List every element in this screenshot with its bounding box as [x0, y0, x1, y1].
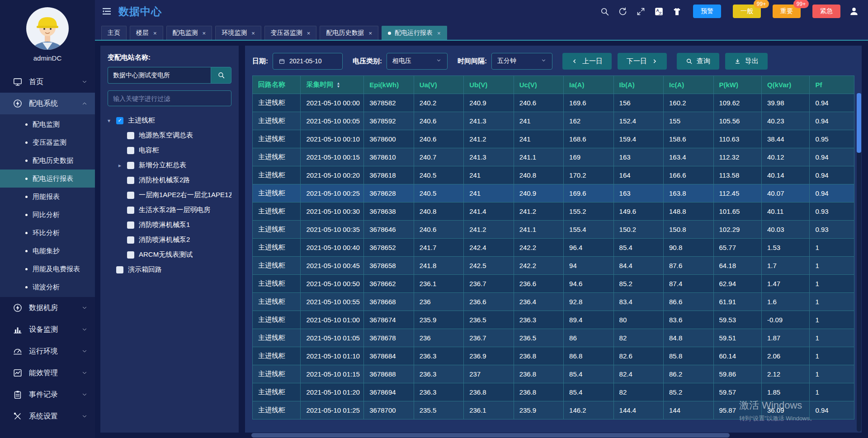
tab-配电运行报表[interactable]: 配电运行报表× — [382, 26, 447, 40]
table-row[interactable]: 主进线柜2021-05-10 01:003678674235.9236.5236… — [253, 311, 854, 329]
search-icon[interactable] — [600, 7, 609, 16]
sidebar-subitem-配电监测[interactable]: 配电监测 — [0, 115, 95, 133]
checkbox-unchecked[interactable] — [127, 251, 134, 259]
table-row[interactable]: 主进线柜2021-05-10 00:053678592240.6241.3241… — [253, 112, 854, 130]
table-row[interactable]: 主进线柜2021-05-10 00:003678582240.2240.9240… — [253, 94, 854, 112]
column-header-Ua(V)[interactable]: Ua(V) — [414, 76, 463, 94]
table-row[interactable]: 主进线柜2021-05-10 01:203678694236.3236.8236… — [253, 383, 854, 401]
tab-close-icon[interactable]: × — [368, 30, 372, 37]
table-row[interactable]: 主进线柜2021-05-10 00:453678658241.8242.5242… — [253, 257, 854, 275]
checkbox-unchecked[interactable] — [127, 132, 134, 139]
date-picker[interactable]: 2021-05-10 — [273, 53, 343, 70]
next-day-button[interactable]: 下一日 — [618, 53, 667, 70]
table-row[interactable]: 主进线柜2021-05-10 00:353678646240.6241.2241… — [253, 221, 854, 239]
sidebar-item-事件记录[interactable]: 事件记录 — [0, 384, 95, 405]
tab-close-icon[interactable]: × — [307, 30, 311, 37]
table-row[interactable]: 主进线柜2021-05-10 01:253678700235.5236.1235… — [253, 401, 854, 419]
column-header-采集时间[interactable]: 采集时间▲▼ — [301, 76, 364, 94]
user-icon[interactable] — [849, 6, 859, 16]
sidebar-subitem-同比分析[interactable]: 同比分析 — [0, 206, 95, 224]
alarm-button-重要[interactable]: 重要99+ — [773, 5, 801, 18]
column-header-Pf[interactable]: Pf — [810, 76, 854, 94]
translate-icon[interactable]: A文 — [654, 7, 664, 16]
tree-node-ARCM无线表测试[interactable]: ARCM无线表测试 — [118, 247, 231, 262]
fullscreen-icon[interactable] — [636, 7, 646, 16]
prev-day-button[interactable]: 上一日 — [562, 53, 612, 70]
sidebar-item-首页[interactable]: 首页 — [0, 71, 95, 93]
checkbox-unchecked[interactable] — [116, 266, 123, 273]
sidebar-item-设备监测[interactable]: 设备监测 — [0, 319, 95, 340]
table-row[interactable]: 主进线柜2021-05-10 01:053678678236236.7236.5… — [253, 329, 854, 347]
station-search-button[interactable] — [211, 67, 231, 84]
interval-select[interactable]: 五分钟 — [491, 53, 552, 70]
sidebar-item-运行环境[interactable]: 运行环境 — [0, 340, 95, 362]
tree-node-新增分立柜总表[interactable]: ▸新增分立柜总表 — [118, 158, 231, 173]
checkbox-unchecked[interactable] — [127, 192, 134, 199]
tab-环境监测[interactable]: 环境监测× — [215, 26, 261, 40]
checkbox-unchecked[interactable] — [127, 147, 134, 154]
checkbox-checked[interactable]: ✓ — [116, 117, 123, 124]
sidebar-subitem-电能集抄[interactable]: 电能集抄 — [0, 242, 95, 260]
avatar[interactable] — [26, 7, 69, 50]
table-row[interactable]: 主进线柜2021-05-10 00:203678618240.5241240.8… — [253, 166, 854, 184]
checkbox-unchecked[interactable] — [127, 177, 134, 184]
export-button[interactable]: 导出 — [725, 53, 768, 70]
tree-node-生活水泵2路一层弱电房[interactable]: 生活水泵2路一层弱电房 — [118, 203, 231, 217]
collapse-menu-icon[interactable] — [101, 6, 112, 17]
column-header-Epi(kWh)[interactable]: Epi(kWh) — [364, 76, 414, 94]
table-row[interactable]: 主进线柜2021-05-10 00:503678662236.1236.7236… — [253, 275, 854, 293]
tab-楼层[interactable]: 楼层× — [130, 26, 163, 40]
alarm-button-一般[interactable]: 一般99+ — [733, 5, 761, 18]
sidebar-subitem-环比分析[interactable]: 环比分析 — [0, 224, 95, 242]
alarm-button-预警[interactable]: 预警 — [693, 5, 721, 18]
sidebar-subitem-谐波分析[interactable]: 谐波分析 — [0, 278, 95, 296]
tab-close-icon[interactable]: × — [251, 30, 255, 37]
tab-变压器监测[interactable]: 变压器监测× — [264, 26, 317, 40]
column-header-Q(kVar)[interactable]: Q(kVar) — [761, 76, 809, 94]
sidebar-subitem-配电运行报表[interactable]: 配电运行报表 — [0, 170, 95, 188]
sidebar-subitem-用能报表[interactable]: 用能报表 — [0, 188, 95, 206]
checkbox-unchecked[interactable] — [127, 207, 134, 214]
sidebar-subitem-用能及电费报表[interactable]: 用能及电费报表 — [0, 260, 95, 278]
tab-close-icon[interactable]: × — [153, 30, 157, 37]
tab-主页[interactable]: 主页 — [101, 26, 127, 40]
table-row[interactable]: 主进线柜2021-05-10 00:103678600240.6241.2241… — [253, 130, 854, 148]
column-header-Ib(A)[interactable]: Ib(A) — [613, 76, 663, 94]
tree-node-主进线柜[interactable]: ▾✓主进线柜 — [108, 113, 231, 128]
theme-icon[interactable] — [672, 7, 682, 16]
tree-node-地源热泵空调总表[interactable]: 地源热泵空调总表 — [118, 128, 231, 143]
caret-right-icon[interactable]: ▸ — [118, 162, 127, 169]
checkbox-unchecked[interactable] — [127, 221, 134, 229]
table-row[interactable]: 主进线柜2021-05-10 00:553678668236236.6236.4… — [253, 293, 854, 311]
tree-node-消防栓机械泵2路[interactable]: 消防栓机械泵2路 — [118, 173, 231, 188]
tree-node-消防喷淋机械泵2[interactable]: 消防喷淋机械泵2 — [118, 232, 231, 247]
sidebar-item-配电系统[interactable]: 配电系统 — [0, 93, 95, 114]
table-row[interactable]: 主进线柜2021-05-10 01:103678684236.3236.9236… — [253, 347, 854, 365]
sidebar-item-系统设置[interactable]: 系统设置 — [0, 405, 95, 427]
vertical-scrollbar-thumb[interactable] — [857, 93, 861, 153]
column-header-Ub(V)[interactable]: Ub(V) — [464, 76, 514, 94]
table-row[interactable]: 主进线柜2021-05-10 00:303678638240.8241.4241… — [253, 203, 854, 221]
table-row[interactable]: 主进线柜2021-05-10 00:253678628240.5241240.9… — [253, 184, 854, 203]
checkbox-unchecked[interactable] — [127, 236, 134, 244]
column-header-Uc(V)[interactable]: Uc(V) — [514, 76, 563, 94]
tab-配电监测[interactable]: 配电监测× — [166, 26, 212, 40]
table-row[interactable]: 主进线柜2021-05-10 01:153678688236.3237236.8… — [253, 365, 854, 383]
column-header-Ic(A)[interactable]: Ic(A) — [664, 76, 713, 94]
query-button[interactable]: 查询 — [677, 53, 719, 70]
alarm-button-紧急[interactable]: 紧急 — [812, 5, 840, 18]
tab-配电历史数据[interactable]: 配电历史数据× — [320, 26, 378, 40]
sidebar-item-数据机房[interactable]: 数据机房 — [0, 297, 95, 319]
table-row[interactable]: 主进线柜2021-05-10 00:153678610240.7241.3241… — [253, 148, 854, 166]
tree-filter-input[interactable] — [108, 90, 231, 106]
tree-node-演示箱回路[interactable]: 演示箱回路 — [108, 262, 231, 277]
tab-close-icon[interactable]: × — [437, 30, 441, 37]
sidebar-item-能效管理[interactable]: 能效管理 — [0, 362, 95, 384]
station-name-input[interactable] — [108, 67, 211, 84]
horizontal-scrollbar-thumb[interactable] — [251, 433, 730, 438]
voltage-type-select[interactable]: 相电压 — [387, 53, 448, 70]
refresh-icon[interactable] — [618, 7, 627, 16]
sidebar-subitem-配电历史数据[interactable]: 配电历史数据 — [0, 151, 95, 170]
tree-node-电容柜[interactable]: 电容柜 — [118, 143, 231, 158]
caret-down-icon[interactable]: ▾ — [108, 118, 116, 124]
